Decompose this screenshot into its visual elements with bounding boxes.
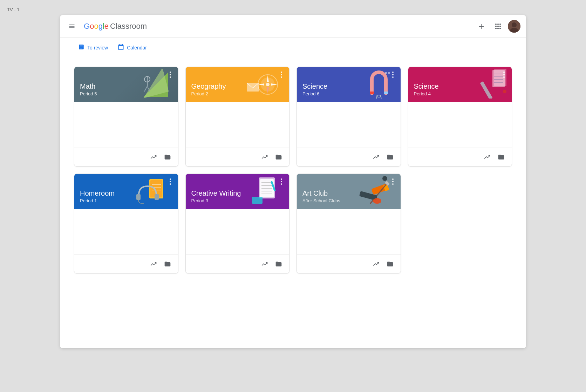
math-body xyxy=(74,102,178,148)
artclub-footer xyxy=(297,255,401,273)
geography-footer xyxy=(186,148,289,166)
artclub-subtitle: After School Clubs xyxy=(302,198,395,203)
geography-grades-btn[interactable] xyxy=(258,151,271,163)
svg-point-54 xyxy=(382,176,387,181)
header-left: Google Classroom xyxy=(66,20,147,33)
avatar[interactable] xyxy=(508,20,520,33)
creative-footer xyxy=(186,255,289,273)
homeroom-title: Homeroom xyxy=(80,189,172,197)
card-math-header: Math Period 5 xyxy=(74,67,178,102)
cards-container: Math Period 5 xyxy=(60,58,526,282)
tab-calendar[interactable]: Calendar xyxy=(114,42,151,54)
creative-title: Creative Writing xyxy=(191,189,284,197)
science6-subtitle: Period 6 xyxy=(302,91,395,96)
homeroom-grades-btn[interactable] xyxy=(147,258,160,270)
creative-grades-btn[interactable] xyxy=(258,258,271,270)
creative-folder-btn[interactable] xyxy=(272,258,285,270)
svg-point-22 xyxy=(385,72,387,74)
logo-google-text: Google xyxy=(84,22,109,31)
card-artclub-header: Art Club After School Clubs xyxy=(297,174,401,209)
geography-folder-btn[interactable] xyxy=(272,151,285,163)
science4-grades-btn[interactable] xyxy=(481,151,493,163)
menu-button[interactable] xyxy=(66,20,78,33)
add-button[interactable] xyxy=(474,19,488,33)
math-grades-btn[interactable] xyxy=(147,151,160,163)
artclub-title: Art Club xyxy=(302,189,395,197)
card-science4-header: Science Period 4 xyxy=(408,67,512,102)
math-menu-icon[interactable] xyxy=(165,70,175,80)
cards-grid-row1: Math Period 5 xyxy=(74,67,512,167)
to-review-icon xyxy=(78,44,84,52)
homeroom-menu-icon[interactable] xyxy=(165,177,175,187)
science6-body xyxy=(297,102,401,148)
artclub-menu-icon[interactable] xyxy=(388,177,398,187)
science6-menu-icon[interactable] xyxy=(388,70,398,80)
header-right xyxy=(474,19,520,33)
science6-footer xyxy=(297,148,401,166)
homeroom-footer xyxy=(74,255,178,273)
artclub-body xyxy=(297,209,401,255)
card-geography[interactable]: Geography Period 2 xyxy=(185,67,290,167)
calendar-label: Calendar xyxy=(127,45,147,50)
svg-point-1 xyxy=(512,22,517,27)
homeroom-subtitle: Period 1 xyxy=(80,198,172,203)
science4-folder-btn[interactable] xyxy=(495,151,507,163)
science6-grades-btn[interactable] xyxy=(370,151,382,163)
homeroom-folder-btn[interactable] xyxy=(161,258,174,270)
science4-footer xyxy=(408,148,512,166)
card-artclub[interactable]: Art Club After School Clubs xyxy=(297,174,401,273)
window-label: TV - 1 xyxy=(7,7,19,12)
geography-subtitle: Period 2 xyxy=(191,91,284,96)
math-title: Math xyxy=(80,82,172,90)
science4-menu-icon[interactable] xyxy=(499,70,509,80)
science4-subtitle: Period 4 xyxy=(414,91,506,96)
math-footer xyxy=(74,148,178,166)
geography-body xyxy=(186,102,289,148)
apps-button[interactable] xyxy=(491,19,505,33)
logo-classroom-text: Classroom xyxy=(110,22,147,31)
artclub-grades-btn[interactable] xyxy=(370,258,382,270)
science6-title: Science xyxy=(302,82,395,90)
app-window: Google Classroom xyxy=(60,15,526,348)
math-folder-btn[interactable] xyxy=(161,151,174,163)
creative-body xyxy=(186,209,289,255)
card-science4[interactable]: Science Period 4 xyxy=(408,67,512,167)
tab-to-review[interactable]: To review xyxy=(74,42,112,54)
math-subtitle: Period 5 xyxy=(80,91,172,96)
card-math[interactable]: Math Period 5 xyxy=(74,67,178,167)
card-homeroom[interactable]: Homeroom Period 1 xyxy=(74,174,178,273)
creative-menu-icon[interactable] xyxy=(277,177,286,187)
card-science6-header: Science Period 6 xyxy=(297,67,401,102)
geography-menu-icon[interactable] xyxy=(277,70,286,80)
science4-body xyxy=(408,102,512,148)
to-review-label: To review xyxy=(87,45,108,50)
logo: Google Classroom xyxy=(84,22,147,31)
cards-grid-row2: Homeroom Period 1 xyxy=(74,174,512,273)
card-science6[interactable]: Science Period 6 xyxy=(297,67,401,167)
card-homeroom-header: Homeroom Period 1 xyxy=(74,174,178,209)
calendar-icon xyxy=(118,44,124,52)
nav-tabs: To review Calendar xyxy=(60,38,526,58)
avatar-image xyxy=(508,20,520,33)
empty-slot xyxy=(408,174,512,273)
card-geography-header: Geography Period 2 xyxy=(186,67,289,102)
artclub-folder-btn[interactable] xyxy=(384,258,396,270)
creative-subtitle: Period 3 xyxy=(191,198,284,203)
science6-folder-btn[interactable] xyxy=(384,151,396,163)
geography-title: Geography xyxy=(191,82,284,90)
header: Google Classroom xyxy=(60,15,526,38)
card-creative[interactable]: Creative Writing Period 3 xyxy=(185,174,290,273)
homeroom-body xyxy=(74,209,178,255)
card-creative-header: Creative Writing Period 3 xyxy=(186,174,289,209)
science4-title: Science xyxy=(414,82,506,90)
